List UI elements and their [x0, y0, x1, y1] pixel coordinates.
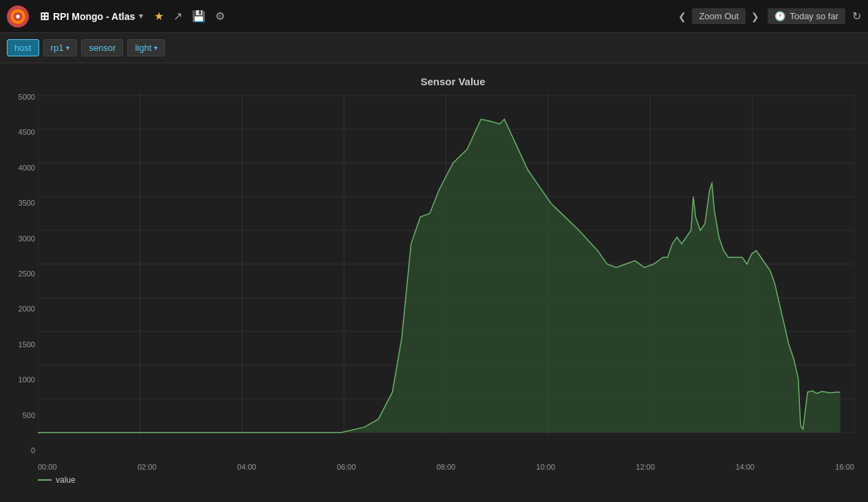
filter-light[interactable]: light ▾: [127, 39, 165, 56]
y-label-5000: 5000: [2, 93, 35, 101]
save-icon[interactable]: 💾: [192, 10, 206, 23]
dashboard-title[interactable]: ⊞ RPI Mongo - Atlas ▾: [34, 7, 149, 25]
y-label-1000: 1000: [2, 375, 35, 384]
dashboard-title-text: RPI Mongo - Atlas: [53, 11, 135, 22]
y-label-3000: 3000: [2, 234, 35, 243]
sensor-chart-canvas: [38, 93, 854, 435]
y-axis: 0 500 1000 1500 2000 2500 3000 3500 4000…: [2, 93, 35, 456]
filter-light-arrow: ▾: [154, 44, 158, 52]
chart-title: Sensor Value: [38, 70, 868, 90]
chart-inner: 0 500 1000 1500 2000 2500 3000 3500 4000…: [38, 93, 854, 456]
x-label-0400: 04:00: [237, 463, 257, 471]
y-label-2500: 2500: [2, 270, 35, 278]
filter-light-label: light: [135, 43, 151, 53]
time-range-icon: 🕐: [774, 11, 785, 21]
x-label-1200: 12:00: [636, 463, 655, 471]
topbar: ⊞ RPI Mongo - Atlas ▾ ★ ↗ 💾 ⚙ ❮ Zoom Out…: [0, 0, 868, 33]
zoom-out-button[interactable]: Zoom Out: [692, 8, 746, 24]
svg-point-2: [16, 14, 19, 18]
filter-sensor[interactable]: sensor: [81, 39, 123, 56]
legend-label-value: value: [56, 475, 76, 485]
dashboard-grid-icon: ⊞: [40, 10, 49, 23]
y-label-2000: 2000: [2, 305, 35, 313]
x-label-1600: 16:00: [835, 463, 854, 471]
x-label-0000: 00:00: [38, 463, 57, 471]
filterbar: host rp1 ▾ sensor light ▾: [0, 33, 868, 63]
legend-color-value: [38, 479, 52, 481]
chart-container: Sensor Value 0 500 1000 1500 2000 2500 3…: [0, 63, 868, 502]
x-label-1400: 14:00: [735, 463, 755, 471]
filter-rp1-arrow: ▾: [66, 44, 69, 52]
x-label-0600: 06:00: [337, 463, 356, 471]
chart-legend: value: [38, 475, 76, 485]
filter-rp1[interactable]: rp1 ▾: [43, 39, 78, 56]
grafana-logo[interactable]: [7, 6, 29, 28]
topbar-left: ⊞ RPI Mongo - Atlas ▾ ★ ↗ 💾 ⚙: [7, 6, 225, 28]
share-icon[interactable]: ↗: [173, 10, 182, 23]
y-label-4000: 4000: [2, 164, 35, 172]
time-range-picker[interactable]: 🕐 Today so far: [768, 8, 845, 24]
time-range-label: Today so far: [790, 11, 838, 21]
topbar-action-icons: ★ ↗ 💾 ⚙: [154, 10, 225, 23]
y-label-500: 500: [2, 411, 35, 419]
zoom-left-arrow[interactable]: ❮: [677, 10, 688, 23]
filter-sensor-label: sensor: [89, 43, 116, 53]
x-label-0200: 02:00: [138, 463, 157, 471]
filter-host[interactable]: host: [7, 39, 39, 56]
x-label-1000: 10:00: [536, 463, 556, 471]
zoom-controls: ❮ Zoom Out ❯: [677, 8, 761, 24]
filter-host-label: host: [14, 43, 32, 53]
zoom-right-arrow[interactable]: ❯: [750, 10, 761, 23]
y-label-1500: 1500: [2, 340, 35, 349]
topbar-right: ❮ Zoom Out ❯ 🕐 Today so far ↻: [677, 8, 861, 24]
dashboard-dropdown-arrow: ▾: [139, 12, 143, 21]
x-label-0800: 08:00: [437, 463, 456, 471]
refresh-button[interactable]: ↻: [852, 10, 861, 23]
y-label-3500: 3500: [2, 199, 35, 207]
filter-rp1-label: rp1: [51, 43, 64, 53]
star-icon[interactable]: ★: [154, 10, 164, 23]
y-label-0: 0: [2, 446, 35, 455]
settings-icon[interactable]: ⚙: [215, 10, 225, 23]
y-label-4500: 4500: [2, 128, 35, 136]
x-axis: 00:00 02:00 04:00 06:00 08:00 10:00 12:0…: [38, 463, 854, 471]
